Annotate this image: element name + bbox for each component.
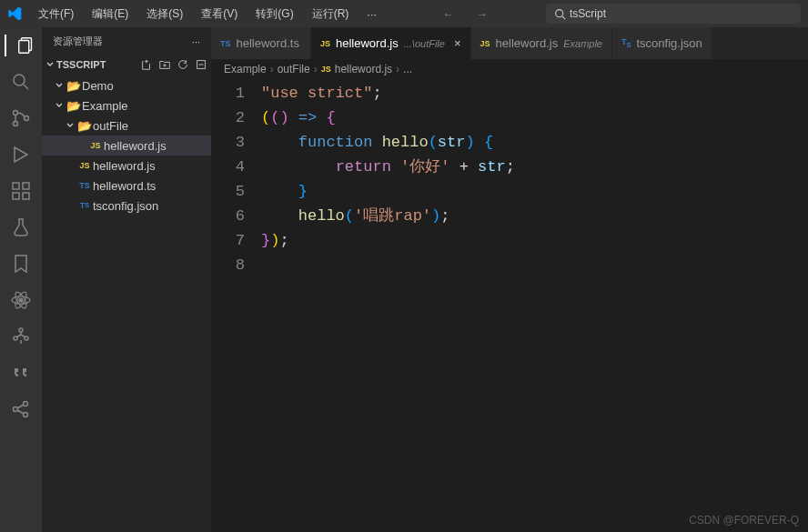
tree-file-helleword-ts[interactable]: TS helleword.ts: [42, 176, 211, 196]
activity-testing-icon[interactable]: [10, 216, 32, 238]
svg-point-21: [14, 407, 18, 412]
js-file-icon: JS: [320, 39, 330, 48]
titlebar: 文件(F) 编辑(E) 选择(S) 查看(V) 转到(G) 运行(R) ··· …: [0, 0, 808, 27]
search-text: tsScript: [570, 7, 606, 20]
new-folder-icon[interactable]: [158, 58, 171, 71]
js-file-icon: JS: [76, 161, 93, 170]
tree-file-helleword-js-out[interactable]: JS helleword.js: [42, 136, 211, 156]
editor-group: TS helleword.ts JS helleword.js ...\outF…: [211, 27, 808, 532]
editor-body[interactable]: 12345678 "use strict"; (() => { function…: [211, 79, 808, 532]
refresh-icon[interactable]: [177, 58, 189, 71]
js-file-icon: JS: [321, 65, 331, 74]
ts-file-icon: TS: [76, 201, 93, 210]
ts-file-icon: TS: [76, 181, 93, 190]
crumb-outfile[interactable]: outFile: [278, 63, 310, 75]
tabs-bar: TS helleword.ts JS helleword.js ...\outF…: [211, 27, 808, 59]
line-gutter: 12345678: [211, 79, 261, 532]
chevron-right-icon: ›: [314, 63, 318, 75]
nav-back-icon[interactable]: ←: [439, 5, 458, 23]
activity-debug-icon[interactable]: [10, 144, 32, 166]
activity-scm-icon[interactable]: [10, 107, 32, 129]
svg-point-6: [14, 111, 18, 115]
command-center[interactable]: tsScript: [546, 4, 801, 24]
crumb-example[interactable]: Example: [224, 63, 267, 75]
svg-line-24: [17, 405, 24, 408]
menu-run[interactable]: 运行(R): [305, 3, 357, 25]
sidebar: 资源管理器 ··· TSSCRIPT 📂 Demo 📂 Example: [42, 27, 211, 532]
nav-forward-icon[interactable]: →: [472, 5, 491, 23]
tree-folder-outfile[interactable]: 📂 outFile: [42, 115, 211, 136]
folder-icon: 📂: [66, 79, 82, 93]
svg-rect-11: [13, 193, 19, 199]
tree-file-helleword-js[interactable]: JS helleword.js: [42, 156, 211, 176]
svg-rect-13: [23, 183, 29, 189]
code-content[interactable]: "use strict"; (() => { function hello(st…: [261, 79, 808, 532]
vscode-logo-icon: [7, 6, 22, 21]
svg-line-25: [17, 410, 24, 414]
activity-extensions-icon[interactable]: [10, 180, 32, 202]
svg-point-14: [19, 298, 23, 302]
menu-view[interactable]: 查看(V): [194, 3, 245, 25]
svg-rect-10: [13, 183, 19, 189]
ts-file-icon: TS: [220, 39, 231, 48]
tab-tsconfig[interactable]: TS tsconfig.json: [612, 27, 712, 59]
js-file-icon: JS: [480, 39, 490, 48]
sidebar-title: 资源管理器: [53, 35, 103, 48]
new-file-icon[interactable]: [140, 58, 153, 71]
close-icon[interactable]: ×: [454, 36, 461, 50]
folder-icon: 📂: [66, 99, 82, 113]
svg-point-22: [24, 402, 28, 407]
crumb-file[interactable]: helleword.js: [335, 63, 392, 75]
svg-rect-12: [23, 193, 29, 199]
menu-more-icon[interactable]: ···: [359, 4, 384, 25]
activity-bookmark-icon[interactable]: [10, 253, 32, 275]
menu-select[interactable]: 选择(S): [139, 3, 190, 25]
sidebar-header: 资源管理器 ···: [42, 27, 211, 55]
chevron-right-icon: ›: [396, 63, 399, 75]
menu-edit[interactable]: 编辑(E): [85, 3, 136, 25]
tab-helleword-ts[interactable]: TS helleword.ts: [211, 27, 311, 59]
collapse-icon[interactable]: [195, 58, 207, 71]
project-name: TSSCRIPT: [56, 59, 106, 70]
activity-quote-icon[interactable]: [10, 362, 32, 384]
activity-tree-icon[interactable]: [10, 326, 32, 347]
activity-bar: [0, 27, 42, 532]
watermark: CSDN @FOREVER-Q: [689, 514, 799, 527]
svg-point-4: [14, 75, 25, 85]
tab-helleword-js-example[interactable]: JS helleword.js Example: [471, 27, 612, 59]
svg-point-7: [14, 122, 18, 126]
svg-line-1: [562, 15, 565, 18]
menu-file[interactable]: 文件(F): [31, 3, 81, 25]
svg-point-18: [19, 328, 23, 332]
folder-icon: 📂: [76, 119, 93, 133]
activity-explorer-icon[interactable]: [5, 35, 36, 56]
activity-share-icon[interactable]: [10, 398, 32, 420]
crumb-more[interactable]: ...: [403, 63, 412, 75]
ts-file-icon: TS: [621, 37, 631, 49]
tab-helleword-js-outfile[interactable]: JS helleword.js ...\outFile ×: [311, 27, 471, 59]
tree-file-tsconfig[interactable]: TS tsconfig.json: [42, 196, 211, 216]
svg-point-0: [556, 9, 563, 16]
js-file-icon: JS: [87, 141, 104, 150]
project-header[interactable]: TSSCRIPT: [42, 55, 211, 74]
activity-search-icon[interactable]: [10, 71, 32, 93]
activity-react-icon[interactable]: [10, 289, 32, 311]
tree-folder-example[interactable]: 📂 Example: [42, 95, 211, 115]
search-icon: [554, 8, 566, 20]
svg-marker-9: [15, 147, 27, 162]
svg-point-23: [24, 413, 28, 417]
svg-rect-3: [18, 41, 28, 54]
chevron-right-icon: ›: [270, 63, 274, 75]
menu-goto[interactable]: 转到(G): [248, 3, 300, 25]
tree-folder-demo[interactable]: 📂 Demo: [42, 75, 211, 95]
breadcrumbs[interactable]: Example › outFile › JS helleword.js › ..…: [211, 59, 808, 79]
sidebar-more-icon[interactable]: ···: [192, 36, 200, 47]
svg-line-5: [24, 85, 28, 89]
